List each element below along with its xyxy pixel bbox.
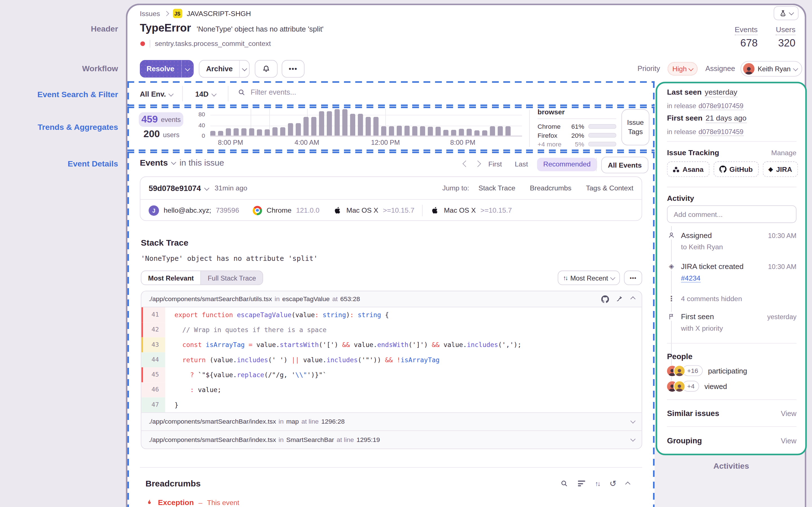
manage-link[interactable]: Manage: [770, 149, 797, 157]
more-people-badge[interactable]: +16: [682, 365, 703, 376]
github-button[interactable]: GitHub: [713, 161, 758, 177]
avatar[interactable]: [674, 365, 684, 376]
jump-link-stack-trace[interactable]: Stack Trace: [478, 184, 515, 192]
users-stat-label[interactable]: Users: [776, 25, 796, 35]
collapsed-frame[interactable]: ./app/components/smartSearchBar/index.ts…: [141, 412, 642, 431]
asana-button[interactable]: Asana: [667, 161, 709, 177]
archive-button[interactable]: Archive: [199, 60, 250, 77]
comment-placeholder: Add comment...: [674, 210, 723, 218]
events-count-pill[interactable]: 459 events: [139, 112, 183, 127]
code-line: 41export function escapeTagValue(value: …: [141, 307, 642, 322]
issue-tags-label: Issue Tags: [625, 118, 646, 136]
avatar[interactable]: [674, 381, 684, 392]
search-icon[interactable]: [560, 480, 568, 488]
grouping-title: Grouping: [667, 436, 702, 445]
divider: [140, 467, 642, 468]
events-stat-value: 678: [724, 37, 758, 49]
replay-icon[interactable]: ↺: [610, 480, 617, 488]
more-people-badge[interactable]: +4: [682, 381, 699, 392]
users-count-row[interactable]: 200 users: [144, 128, 180, 140]
recommended-toggle[interactable]: Recommended: [537, 158, 597, 171]
event-search-input[interactable]: Filter events...: [238, 88, 296, 96]
events-stat: Events 678: [724, 25, 758, 49]
vertical-dots-icon: ⋮: [667, 294, 676, 302]
events-title[interactable]: Events: [140, 158, 168, 168]
tag-row-more[interactable]: +4 more 5%: [538, 140, 616, 149]
issue-tags-button[interactable]: Issue Tags: [621, 109, 649, 146]
issue-tracking-title: Issue Tracking: [667, 149, 719, 157]
jump-link-breadcrumbs[interactable]: Breadcrumbs: [530, 184, 571, 192]
tag-row[interactable]: Firefox 20%: [538, 131, 616, 140]
priority-dropdown[interactable]: High: [668, 62, 698, 75]
chevron-right-icon: [164, 11, 169, 16]
tab-full-stack-trace[interactable]: Full Stack Trace: [201, 271, 263, 284]
all-events-button[interactable]: All Events: [601, 157, 648, 173]
code-line: 45 ? `"${value.replace(/"/g, '\\"')}"`: [141, 367, 642, 382]
events-count-unit: events: [161, 116, 181, 124]
code-line: 42 // Wrap in quotes if there is a space: [141, 322, 642, 337]
stack-trace-tabs: Most Relevant Full Stack Trace: [141, 271, 263, 285]
jump-link-tags-context[interactable]: Tags & Context: [586, 184, 633, 192]
collapsed-frame[interactable]: ./app/components/smartSearchBar/index.ts…: [141, 431, 642, 448]
resolve-dropdown[interactable]: [182, 68, 194, 70]
expand-frame-icon[interactable]: [630, 418, 635, 424]
subscribe-button[interactable]: [255, 60, 278, 77]
first-event-button[interactable]: First: [488, 160, 502, 168]
more-actions-button[interactable]: •••: [282, 60, 305, 77]
tag-name: Chrome: [538, 123, 568, 130]
event-id[interactable]: 59d078e91074: [149, 184, 201, 192]
comments-hidden-label[interactable]: 4 comments hidden: [681, 295, 742, 303]
divider: [667, 399, 797, 400]
branch-icon[interactable]: [616, 295, 624, 303]
jump-to-label: Jump to:: [442, 184, 469, 192]
divider: [183, 86, 183, 101]
events-stat-label[interactable]: Events: [735, 25, 758, 35]
annotation-workflow: Workflow: [4, 64, 118, 73]
breadcrumb-issues-link[interactable]: Issues: [140, 10, 160, 17]
tab-most-relevant[interactable]: Most Relevant: [141, 271, 201, 284]
collapse-frame-icon[interactable]: [630, 297, 635, 301]
release-link[interactable]: d078e9107459: [698, 128, 743, 136]
experiment-menu-button[interactable]: [774, 6, 799, 20]
similar-issues-view-link[interactable]: View: [770, 409, 797, 417]
frame-header[interactable]: ./app/components/smartSearchBar/utils.ts…: [141, 291, 642, 307]
expand-frame-icon[interactable]: [630, 437, 635, 441]
last-event-button[interactable]: Last: [515, 160, 528, 168]
last-seen-value[interactable]: yesterday: [705, 88, 737, 97]
add-comment-input[interactable]: Add comment...: [667, 205, 797, 223]
activity-time: 10:30 AM: [750, 263, 797, 271]
divider: [596, 158, 597, 171]
tag-percent: 20%: [568, 131, 584, 139]
jira-button[interactable]: ◆ JIRA: [763, 161, 798, 177]
chevron-down-icon[interactable]: [204, 186, 209, 190]
date-range-filter[interactable]: 14D: [195, 89, 215, 100]
release-link[interactable]: d078e9107459: [698, 102, 743, 110]
github-icon[interactable]: [601, 295, 609, 303]
sort-arrows-icon[interactable]: ↑↓: [595, 480, 600, 488]
tag-summary-title: browser: [538, 108, 616, 116]
grouping-view-link[interactable]: View: [770, 437, 797, 445]
jira-ticket-link[interactable]: #4234: [681, 274, 700, 282]
breadcrumb-row-exception[interactable]: Exception – This event: [146, 498, 239, 506]
first-seen-value[interactable]: 21 days ago: [706, 114, 747, 123]
filter-icon[interactable]: [578, 481, 585, 486]
frame-options-button[interactable]: •••: [624, 271, 642, 285]
assignee-dropdown[interactable]: Keith Ryan: [741, 61, 802, 76]
tag-bar: [589, 124, 616, 129]
sort-button[interactable]: ↑↓ Most Recent: [558, 271, 620, 285]
tag-summary: browser Chrome 61% Firefox 20% +4 more 5…: [538, 108, 616, 149]
search-placeholder: Filter events...: [251, 88, 296, 96]
activity-title: Activity: [667, 194, 694, 202]
javascript-platform-icon: JS: [173, 9, 182, 18]
browser-version: 121.0.0: [296, 207, 319, 214]
annotation-event-search: Event Search & Filter: [4, 90, 118, 100]
chevron-down-icon[interactable]: [171, 160, 176, 165]
users-count: 200: [144, 128, 160, 140]
archive-dropdown[interactable]: [240, 68, 249, 70]
collapse-section-icon[interactable]: [626, 482, 630, 487]
environment-filter[interactable]: All Env.: [140, 89, 173, 100]
avatar: [743, 63, 755, 74]
resolve-button[interactable]: Resolve: [140, 60, 194, 77]
issue-culprit: sentry.tasks.process_commit_context: [155, 40, 271, 48]
tag-row[interactable]: Chrome 61%: [538, 122, 616, 131]
